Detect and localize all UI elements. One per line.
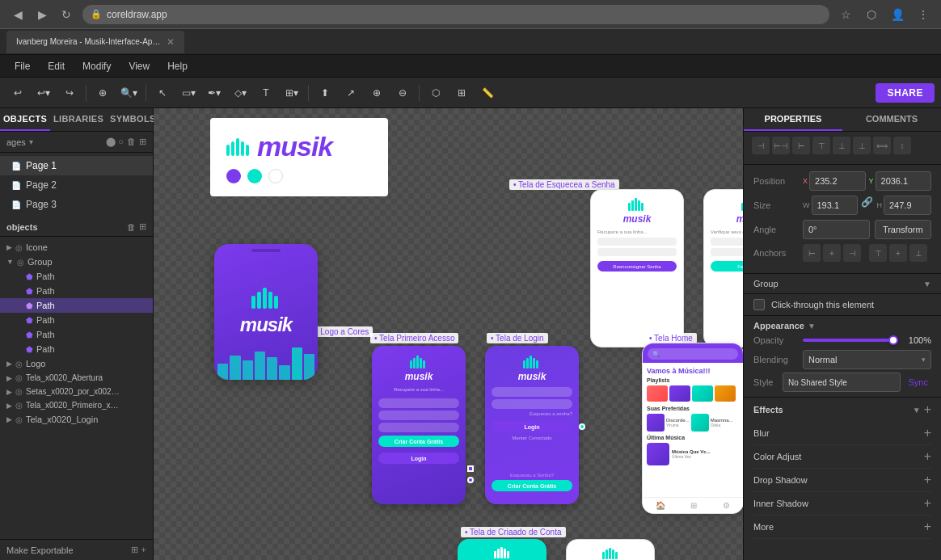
align-center-v-btn[interactable]: ⊥ — [833, 137, 850, 154]
group-collapse-icon[interactable]: ▼ — [923, 280, 931, 288]
boolean-subtract[interactable]: ⊖ — [391, 82, 414, 104]
tree-item-group[interactable]: ▼ ◎ Group — [0, 255, 153, 269]
tab-comments[interactable]: COMMENTS — [842, 108, 941, 131]
menu-help[interactable]: Help — [159, 58, 196, 74]
zoom-controls[interactable]: 🔍▾ — [117, 82, 141, 104]
page-item-2[interactable]: 📄 Page 2 — [0, 175, 153, 195]
lp-create-btn[interactable]: Criar Conta Grátis — [492, 480, 572, 491]
profile-icon[interactable]: 👤 — [888, 5, 907, 24]
opacity-thumb[interactable] — [888, 335, 898, 345]
make-exportable-button[interactable]: Make Exportable — [6, 545, 74, 555]
active-tab[interactable]: Ivanberg Moreira - Musik-Interface-App.c… — [6, 31, 184, 53]
align-center-h-btn[interactable]: ⊢⊣ — [772, 137, 790, 154]
tree-item-tela-primeiro[interactable]: ▶ ◎ Tela_x0020_Primeiro_x0020_... — [0, 398, 153, 412]
tree-item-tela-login[interactable]: ▶ ◎ Tela_x0020_Login — [0, 412, 153, 427]
delete-object-icon[interactable]: 🗑 — [127, 222, 136, 232]
tab-symbols[interactable]: SYMBOLS — [107, 108, 159, 131]
transform-button[interactable]: Transform — [875, 220, 932, 239]
tree-item-logo[interactable]: ▶ ◎ Logo — [0, 356, 153, 371]
boolean-union[interactable]: ⊕ — [365, 82, 388, 104]
bookmark-icon[interactable]: ☆ — [836, 5, 855, 24]
add-inner-shadow-button[interactable]: + — [924, 496, 931, 511]
tab-close-icon[interactable]: ✕ — [167, 36, 175, 48]
menu-dots-icon[interactable]: ⋮ — [914, 5, 933, 24]
export-button[interactable]: ↗ — [340, 82, 362, 104]
back-button[interactable]: ◀ — [8, 5, 27, 24]
add-drop-shadow-button[interactable]: + — [924, 473, 931, 487]
tree-item-path-4[interactable]: ⬟ Path — [0, 313, 153, 327]
effects-chevron-icon[interactable]: ▼ — [913, 406, 921, 415]
position-y-input[interactable]: 2036.1 — [876, 171, 931, 191]
fa-login-btn[interactable]: Login — [378, 453, 459, 464]
add-effect-button[interactable]: + — [924, 402, 931, 417]
anchor-bot-btn[interactable]: ⊥ — [909, 244, 927, 262]
home-nav-settings-icon[interactable]: ⚙ — [723, 501, 730, 510]
sync-button[interactable]: Sync — [905, 376, 931, 389]
tab-libraries[interactable]: LIBRARIES — [50, 108, 107, 131]
home-nav-home-icon[interactable]: 🏠 — [656, 501, 665, 510]
fa-create-btn[interactable]: Criar Conta Grátis — [378, 436, 459, 447]
fp-reset-btn[interactable]: Reenconsignar Senha — [597, 261, 677, 272]
lp-login-btn[interactable]: Login — [492, 421, 572, 432]
size-h-input[interactable]: 247.9 — [884, 196, 931, 215]
forward-button[interactable]: ▶ — [32, 5, 52, 24]
size-lock-icon[interactable]: 🔗 — [861, 196, 874, 208]
position-x-input[interactable]: 235.2 — [809, 171, 865, 191]
delete-page-icon[interactable]: 🗑 — [127, 137, 136, 147]
tree-item-path-5[interactable]: ⬟ Path — [0, 327, 153, 342]
home-nav-grid-icon[interactable]: ⊞ — [690, 501, 697, 510]
add-more-button[interactable]: + — [924, 520, 931, 534]
add-color-adjust-button[interactable]: + — [924, 449, 931, 464]
ruler-button[interactable]: 📏 — [476, 82, 499, 104]
import-button[interactable]: ⬆ — [314, 82, 336, 104]
toggle-icon[interactable]: ⬤ ○ — [106, 137, 124, 147]
menu-view[interactable]: View — [120, 58, 158, 74]
shapes-tool[interactable]: ▭▾ — [177, 82, 200, 104]
anchor-top-btn[interactable]: ⊤ — [869, 244, 887, 262]
grid-button[interactable]: ⊞ — [450, 82, 473, 104]
page-item-3[interactable]: 📄 Page 3 — [0, 195, 153, 214]
align-left-btn[interactable]: ⊣ — [752, 137, 770, 154]
options-icon[interactable]: ⊞ — [139, 221, 146, 232]
style-select[interactable]: No Shared Style — [783, 373, 901, 392]
anchor-center-btn[interactable]: + — [823, 244, 841, 262]
add-export-icon[interactable]: + — [141, 545, 146, 555]
dist-h-btn[interactable]: ⟺ — [873, 137, 891, 154]
angle-input[interactable]: 0° — [803, 220, 870, 239]
add-page-icon[interactable]: ⊞ — [139, 137, 146, 147]
canvas-area[interactable]: musik • Logo a Cores musik — [154, 108, 743, 560]
pointer-tool[interactable]: ↖ — [151, 82, 174, 104]
click-through-checkbox[interactable] — [753, 299, 765, 310]
tab-properties[interactable]: PROPERTIES — [744, 108, 842, 131]
size-w-input[interactable]: 193.1 — [812, 196, 858, 215]
tab-objects[interactable]: OBJECTS — [0, 108, 50, 131]
export-icon[interactable]: ⊞ — [131, 545, 138, 555]
frame-button[interactable]: ⬡ — [424, 82, 447, 104]
anchor-left-btn[interactable]: ⊢ — [803, 244, 821, 262]
tree-item-path-3[interactable]: ⬟ Path — [0, 298, 153, 313]
vp-fazer-login-btn[interactable]: Fazer Login — [711, 261, 743, 272]
align-top-btn[interactable]: ⊤ — [812, 137, 830, 154]
anchor-right-btn[interactable]: ⊣ — [843, 244, 861, 262]
undo-button[interactable]: ↩ — [6, 82, 29, 104]
opacity-slider[interactable] — [803, 339, 898, 342]
node-tool[interactable]: ◇▾ — [229, 82, 251, 104]
tree-item-icone[interactable]: ▶ ◎ Icone — [0, 240, 153, 255]
reload-button[interactable]: ↻ — [57, 5, 76, 24]
tree-item-path-2[interactable]: ⬟ Path — [0, 284, 153, 298]
tree-item-tela-abertura[interactable]: ▶ ◎ Tela_x0020_Abertura — [0, 371, 153, 385]
blending-select[interactable]: Normal ▾ — [803, 350, 931, 369]
anchor-mid-btn[interactable]: + — [889, 244, 907, 262]
pages-dropdown-arrow[interactable]: ▾ — [29, 137, 33, 146]
extension-icon[interactable]: ⬡ — [862, 5, 881, 24]
menu-edit[interactable]: Edit — [40, 58, 73, 74]
add-blur-button[interactable]: + — [924, 426, 931, 440]
text-tool[interactable]: T — [255, 82, 277, 104]
page-item-1[interactable]: 📄 Page 1 — [0, 156, 153, 175]
tree-item-setas[interactable]: ▶ ◎ Setas_x0020_por_x0020_Ci... — [0, 385, 153, 398]
undo-list-button[interactable]: ↩▾ — [32, 82, 55, 104]
dist-v-btn[interactable]: ↕ — [893, 137, 911, 154]
align-tool[interactable]: ⊞▾ — [281, 82, 303, 104]
menu-file[interactable]: File — [6, 58, 38, 74]
menu-modify[interactable]: Modify — [74, 58, 119, 74]
